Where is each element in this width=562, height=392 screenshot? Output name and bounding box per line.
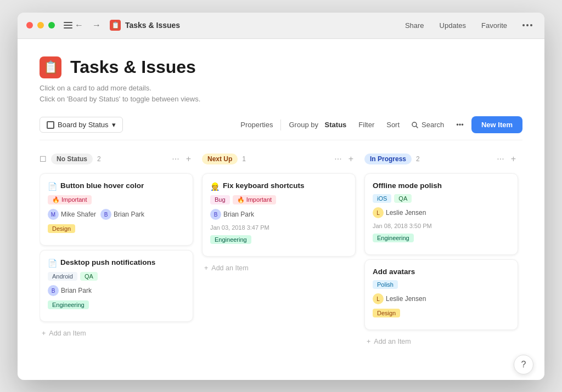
- avatar-brian-3: B: [210, 209, 221, 220]
- column-actions-next-up: ··· +: [332, 154, 356, 164]
- card-button-blue-hover[interactable]: 📄 Button blue hover color 🔥 Important M …: [40, 173, 193, 246]
- app-window: ← → 📋 Tasks & Issues Share Updates Favor…: [18, 13, 544, 380]
- board: ☐ No Status 2 ··· + 📄 Button blue hover …: [40, 151, 522, 353]
- board-view-button[interactable]: Board by Status ▾: [40, 117, 123, 133]
- svg-line-1: [417, 126, 418, 128]
- search-button[interactable]: Search: [407, 117, 448, 132]
- card-bottom-tags-2: Engineering: [48, 300, 185, 309]
- help-button[interactable]: ?: [514, 355, 533, 374]
- column-add-no-status[interactable]: +: [184, 154, 193, 164]
- tag-polish: Polish: [373, 280, 398, 289]
- titlebar-title-group: 📋 Tasks & Issues: [110, 20, 402, 31]
- board-icon: [47, 121, 54, 129]
- titlebar-actions: Share Updates Favorite: [402, 19, 536, 32]
- svg-point-0: [412, 122, 417, 127]
- card-date-3: Jan 03, 2018 3:47 PM: [210, 224, 347, 231]
- close-button[interactable]: [26, 22, 33, 29]
- column-add-next-up[interactable]: +: [346, 154, 356, 164]
- back-button[interactable]: ←: [72, 19, 86, 31]
- add-item-in-progress[interactable]: + Add an Item: [364, 334, 518, 349]
- card-date-4: Jan 08, 2018 3:50 PM: [373, 223, 510, 229]
- column-no-status: ☐ No Status 2 ··· + 📄 Button blue hover …: [40, 151, 193, 349]
- column-more-in-progress[interactable]: ···: [494, 154, 506, 164]
- page-title: Tasks & Issues: [70, 57, 196, 77]
- card-bottom-tags-5: Design: [373, 309, 510, 317]
- plus-icon: +: [42, 329, 46, 337]
- card-fix-keyboard[interactable]: 👷 Fix keyboard shortcuts Bug 🔥 Important…: [202, 173, 356, 257]
- card-bottom-tags: Design: [48, 224, 185, 233]
- tag-qa: QA: [80, 272, 98, 281]
- toolbar-left: Board by Status ▾: [40, 117, 123, 133]
- card-people-5: L Leslie Jensen: [373, 293, 510, 304]
- column-more-no-status[interactable]: ···: [170, 154, 181, 164]
- card-tags-5: Polish: [373, 280, 510, 289]
- filter-button[interactable]: Filter: [354, 117, 379, 132]
- nav-buttons: ← →: [72, 19, 103, 31]
- more-toolbar-options[interactable]: •••: [452, 117, 468, 132]
- tag-design-2: Design: [373, 309, 400, 317]
- no-status-icon: ☐: [40, 155, 47, 163]
- toolbar-right: Properties Group by Status Filter Sort: [236, 116, 522, 133]
- column-header-next-up: Next Up 1 ··· +: [202, 151, 356, 167]
- add-item-no-status[interactable]: + Add an Item: [40, 326, 193, 340]
- plus-icon-2: +: [204, 264, 208, 272]
- avatar-brian: B: [100, 209, 111, 220]
- column-more-next-up[interactable]: ···: [332, 154, 344, 164]
- maximize-button[interactable]: [48, 22, 55, 29]
- card-emoji-icon: 👷: [210, 182, 220, 191]
- titlebar-title: Tasks & Issues: [125, 21, 180, 30]
- person-brian-2: B Brian Park: [48, 285, 92, 296]
- column-title-no-status: No Status: [51, 154, 93, 164]
- card-bottom-tags-3: Engineering: [210, 235, 347, 244]
- minimize-button[interactable]: [37, 22, 44, 29]
- card-tags-2: Android QA: [48, 272, 185, 281]
- card-tags-4: iOS QA: [373, 194, 510, 203]
- sidebar-toggle-icon[interactable]: [64, 22, 72, 29]
- column-add-in-progress[interactable]: +: [509, 154, 518, 164]
- page-header: 📋 Tasks & Issues: [40, 56, 522, 78]
- card-people-4: L Leslie Jensen: [373, 207, 510, 218]
- person-leslie: L Leslie Jensen: [373, 207, 426, 218]
- card-title-3: 👷 Fix keyboard shortcuts: [210, 181, 347, 191]
- tag-engineering-2: Engineering: [210, 235, 251, 244]
- tag-important-2: 🔥 Important: [233, 195, 277, 204]
- more-options-menu[interactable]: [519, 22, 536, 29]
- column-in-progress: In Progress 2 ··· + Offline mode polish …: [364, 151, 518, 349]
- avatar-leslie: L: [373, 207, 384, 218]
- properties-button[interactable]: Properties: [236, 117, 277, 132]
- column-header-no-status: ☐ No Status 2 ··· +: [40, 151, 193, 167]
- card-offline-mode[interactable]: Offline mode polish iOS QA L Leslie Jens…: [364, 173, 518, 255]
- add-item-next-up[interactable]: + Add an Item: [202, 261, 356, 275]
- card-doc-icon-2: 📄: [48, 259, 57, 268]
- column-next-up: Next Up 1 ··· + 👷 Fix keyboard shortcuts…: [202, 151, 356, 349]
- tag-design: Design: [48, 224, 75, 233]
- share-button[interactable]: Share: [402, 19, 428, 32]
- toolbar: Board by Status ▾ Properties Group by St…: [40, 116, 522, 140]
- card-title-5: Add avatars: [373, 268, 510, 276]
- column-actions-in-progress: ··· +: [494, 154, 518, 164]
- avatar-leslie-2: L: [373, 293, 384, 304]
- card-desktop-push[interactable]: 📄 Desktop push notifications Android QA …: [40, 250, 193, 322]
- new-item-button[interactable]: New Item: [471, 116, 522, 133]
- column-count-in-progress: 2: [416, 155, 420, 163]
- column-actions-no-status: ··· +: [170, 154, 193, 164]
- search-icon: [412, 122, 418, 128]
- toolbar-separator: [280, 120, 281, 130]
- person-mike: M Mike Shafer: [48, 209, 96, 220]
- chevron-down-icon: ▾: [112, 121, 116, 129]
- favorite-button[interactable]: Favorite: [478, 19, 510, 32]
- page-icon: 📋: [40, 56, 61, 78]
- sort-button[interactable]: Sort: [382, 117, 404, 132]
- card-title-4: Offline mode polish: [373, 181, 510, 190]
- group-by-button[interactable]: Group by Status: [284, 117, 351, 132]
- card-title-2: 📄 Desktop push notifications: [48, 258, 185, 268]
- card-add-avatars[interactable]: Add avatars Polish L Leslie Jensen Desig…: [364, 259, 518, 330]
- tag-qa-2: QA: [394, 194, 412, 203]
- tag-important: 🔥 Important: [48, 195, 92, 204]
- tag-engineering-3: Engineering: [373, 234, 414, 242]
- column-title-in-progress: In Progress: [364, 154, 412, 164]
- titlebar: ← → 📋 Tasks & Issues Share Updates Favor…: [18, 13, 544, 39]
- updates-button[interactable]: Updates: [436, 19, 469, 32]
- card-people-3: B Brian Park: [210, 209, 347, 220]
- forward-button[interactable]: →: [90, 19, 103, 31]
